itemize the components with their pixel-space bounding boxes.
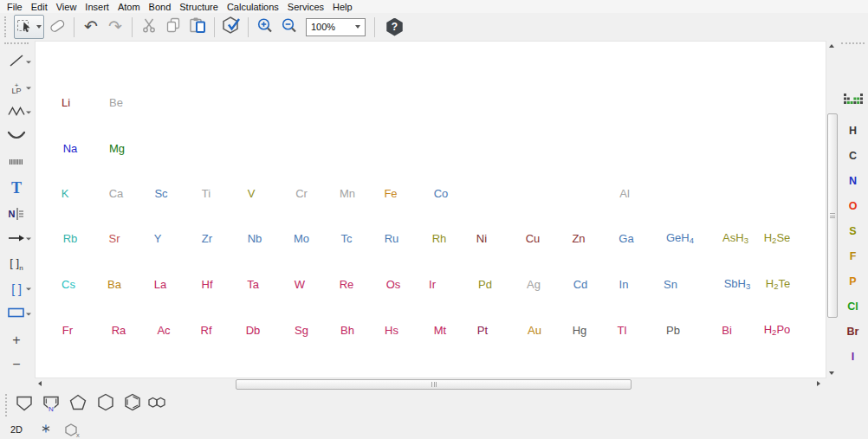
atom-ash3[interactable]: AsH3 xyxy=(722,231,748,245)
help-button[interactable]: ? xyxy=(385,18,404,36)
atom-ag[interactable]: Ag xyxy=(527,278,541,291)
select-tool-button[interactable] xyxy=(14,15,44,39)
element-button-h[interactable]: H xyxy=(838,118,868,143)
atom-li[interactable]: Li xyxy=(62,96,70,109)
atom-hf[interactable]: Hf xyxy=(202,278,213,291)
pyrrole-template-button[interactable]: N xyxy=(39,392,63,416)
atom-ti[interactable]: Ti xyxy=(202,187,211,200)
lone-pair-tool[interactable]: + LP xyxy=(0,78,33,99)
atom-tl[interactable]: Tl xyxy=(618,324,627,337)
atom-cd[interactable]: Cd xyxy=(573,278,588,291)
menu-file[interactable]: File xyxy=(3,2,27,12)
atom-tc[interactable]: Tc xyxy=(341,232,353,245)
atom-re[interactable]: Re xyxy=(340,278,354,291)
atom-al[interactable]: Al xyxy=(619,187,630,200)
atom-co[interactable]: Co xyxy=(434,187,449,200)
atom-ni[interactable]: Ni xyxy=(476,232,487,245)
element-button-n[interactable]: N xyxy=(838,168,868,193)
arrow-tool-dropdown[interactable] xyxy=(26,238,31,241)
atom-hs[interactable]: Hs xyxy=(385,324,398,337)
atom-pt[interactable]: Pt xyxy=(477,324,488,337)
atom-mn[interactable]: Mn xyxy=(340,187,355,200)
atom-cr[interactable]: Cr xyxy=(295,187,308,200)
ring-toolbar-drag-handle[interactable] xyxy=(5,394,7,416)
element-button-br[interactable]: Br xyxy=(838,319,868,344)
element-panel-drag-handle[interactable] xyxy=(841,42,865,44)
toolbar-drag-handle[interactable] xyxy=(4,16,9,37)
scroll-right-arrow[interactable] xyxy=(817,381,820,386)
atom-be[interactable]: Be xyxy=(109,96,123,109)
atom-ba[interactable]: Ba xyxy=(107,278,121,291)
atom-la[interactable]: La xyxy=(154,278,166,291)
element-button-cl[interactable]: Cl xyxy=(838,294,868,319)
atom-bh[interactable]: Bh xyxy=(340,324,354,337)
element-button-f[interactable]: F xyxy=(838,243,868,268)
atom-pd[interactable]: Pd xyxy=(478,278,492,291)
atom-au[interactable]: Au xyxy=(528,324,541,337)
polymer-brackets-tool[interactable]: [ ]n xyxy=(0,254,33,274)
draw-bond-tool[interactable] xyxy=(0,52,33,73)
select-tool-dropdown[interactable] xyxy=(36,25,42,29)
lone-pair-dropdown[interactable] xyxy=(26,87,31,90)
cyclopentane-template-button[interactable] xyxy=(66,392,90,416)
atom-zr[interactable]: Zr xyxy=(202,232,212,245)
text-tool[interactable]: T xyxy=(0,178,33,198)
copy-button[interactable] xyxy=(162,16,185,38)
atom-h2se[interactable]: H2Se xyxy=(764,231,791,245)
atom-sr[interactable]: Sr xyxy=(109,232,120,245)
chain-tool-dropdown[interactable] xyxy=(26,112,31,114)
atom-hg[interactable]: Hg xyxy=(573,324,587,337)
atom-k[interactable]: K xyxy=(62,187,69,200)
atom-y[interactable]: Y xyxy=(154,232,162,245)
canvas[interactable]: LiBeNaMgKCaScTiVCrMnFeCoAlRbSrYZrNbMoTcR… xyxy=(35,41,826,378)
plus-charge-tool[interactable]: + xyxy=(0,330,33,351)
atom-fe[interactable]: Fe xyxy=(384,187,397,200)
atom-ca[interactable]: Ca xyxy=(109,187,124,200)
element-button-i[interactable]: I xyxy=(838,344,868,369)
atom-label-tool[interactable]: N xyxy=(0,203,33,224)
menu-bond[interactable]: Bond xyxy=(145,2,176,12)
atom-zn[interactable]: Zn xyxy=(572,232,585,245)
zoom-in-button[interactable] xyxy=(254,16,276,38)
scroll-up-arrow[interactable] xyxy=(829,44,834,48)
redo-button[interactable]: ↷ xyxy=(104,16,126,38)
cyclohexane-template-button[interactable] xyxy=(94,392,118,416)
menu-services[interactable]: Services xyxy=(283,2,328,12)
left-toolbar-drag-handle[interactable] xyxy=(4,42,29,44)
naphthalene-template-button[interactable] xyxy=(146,392,170,416)
atom-pb[interactable]: Pb xyxy=(666,324,680,337)
multi-dash-tool[interactable] xyxy=(0,152,33,173)
element-button-c[interactable]: C xyxy=(838,143,868,168)
eraser-button[interactable] xyxy=(46,16,68,38)
menu-help[interactable]: Help xyxy=(328,2,357,12)
element-button-p[interactable]: P xyxy=(838,268,868,294)
brackets-tool-dropdown[interactable] xyxy=(26,288,31,291)
brackets-tool[interactable]: [ ] xyxy=(0,279,33,300)
atom-w[interactable]: W xyxy=(295,278,305,291)
atom-rf[interactable]: Rf xyxy=(201,324,212,337)
horizontal-scrollbar[interactable] xyxy=(35,378,824,390)
element-button-o[interactable]: O xyxy=(838,193,868,218)
atom-os[interactable]: Os xyxy=(386,278,401,291)
atom-cs[interactable]: Cs xyxy=(62,278,75,291)
arc-tool[interactable] xyxy=(0,127,33,148)
atom-db[interactable]: Db xyxy=(246,324,261,337)
menu-calculations[interactable]: Calculations xyxy=(223,2,283,12)
menu-atom[interactable]: Atom xyxy=(113,2,145,12)
vertical-scrollbar[interactable] xyxy=(826,41,838,378)
atom-h2te[interactable]: H2Te xyxy=(766,277,790,291)
atom-geh4[interactable]: GeH4 xyxy=(666,231,694,245)
atom-na[interactable]: Na xyxy=(63,142,78,155)
cyclopentane-down-template-button[interactable] xyxy=(12,392,36,416)
atom-cu[interactable]: Cu xyxy=(526,232,541,245)
atom-nb[interactable]: Nb xyxy=(248,232,262,245)
check-structure-button[interactable] xyxy=(220,16,243,38)
atom-mg[interactable]: Mg xyxy=(109,142,125,155)
arrow-tool[interactable] xyxy=(0,229,33,249)
atom-sg[interactable]: Sg xyxy=(295,324,308,337)
vertical-scroll-thumb[interactable] xyxy=(827,113,838,318)
cut-button[interactable] xyxy=(138,16,160,38)
menu-insert[interactable]: Insert xyxy=(81,2,113,12)
minus-charge-tool[interactable]: − xyxy=(0,354,33,375)
atom-bi[interactable]: Bi xyxy=(722,324,732,337)
